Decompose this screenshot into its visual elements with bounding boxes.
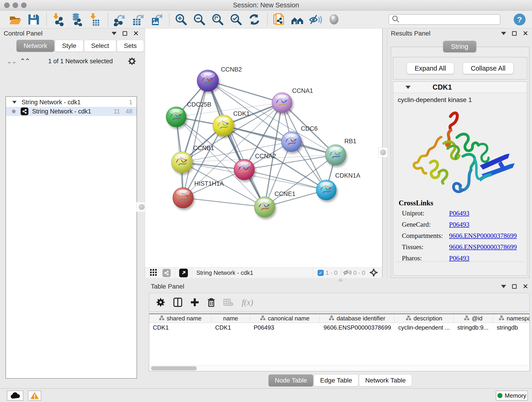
network-node-CCNA2[interactable]	[234, 159, 254, 180]
network-node-CDKN1A[interactable]	[316, 180, 336, 200]
network-edge[interactable]	[183, 198, 265, 207]
cloud-status-button[interactable]	[7, 390, 23, 401]
table-hscrollbar[interactable]	[149, 365, 530, 371]
tab-network-table[interactable]: Network Table	[359, 375, 412, 386]
table-cell[interactable]: CDK1	[149, 323, 211, 332]
tab-string[interactable]: String	[443, 41, 476, 52]
network-node-HIST1H1A[interactable]	[173, 187, 193, 208]
zoom-out-button[interactable]	[192, 12, 207, 27]
network-edge[interactable]	[208, 81, 265, 207]
column-header-description[interactable]: description	[394, 314, 454, 323]
crosslink-link[interactable]: P06493	[449, 221, 469, 228]
warning-triangle-icon	[30, 392, 39, 400]
table-cell[interactable]: CDK1	[211, 323, 250, 332]
table-row[interactable]: CDK1CDK1P064939606.ENSP00000378699cyclin…	[149, 323, 530, 332]
birdseye-grid-icon[interactable]	[150, 269, 157, 277]
toolbar-separator	[169, 13, 170, 26]
table-cell[interactable]: P06493	[250, 323, 320, 332]
panel-float-icon[interactable]	[123, 31, 127, 36]
export-image-button[interactable]	[149, 12, 164, 27]
table-cell[interactable]: stringdb:9...	[454, 323, 493, 332]
crosslink-link[interactable]: P06493	[449, 210, 469, 217]
panel-menu-icon[interactable]	[501, 32, 506, 35]
search-input[interactable]	[389, 14, 500, 25]
export-network-button[interactable]	[112, 12, 127, 27]
fit-selected-crosshair-icon[interactable]	[369, 268, 378, 278]
column-header-namespace[interactable]: namespace	[493, 314, 530, 323]
show-columns-icon[interactable]	[173, 298, 182, 307]
tab-sets[interactable]: Sets	[117, 40, 144, 52]
network-node-CCNB1[interactable]	[171, 152, 192, 173]
panel-menu-icon[interactable]	[112, 32, 117, 35]
home-pages-button[interactable]	[290, 12, 305, 27]
column-type-icon	[499, 315, 504, 322]
tab-node-table[interactable]: Node Table	[268, 375, 313, 386]
network-node-CDC25B[interactable]	[166, 107, 186, 127]
network-canvas[interactable]: CCNB2CCNA1CDC25BCDK1CDC6RB1CCNB1CCNA2CDK…	[145, 28, 382, 268]
panel-close-icon[interactable]: ✕	[523, 30, 528, 37]
column-header--id[interactable]: @id	[454, 314, 493, 323]
network-edge[interactable]	[208, 81, 282, 103]
expand-all-networks-icon[interactable]: ⌃⌃	[20, 58, 29, 65]
expand-all-button[interactable]: Expand All	[407, 63, 454, 74]
hide-graphics-details-button[interactable]	[308, 12, 323, 27]
import-network-button[interactable]	[51, 12, 65, 27]
column-header-canonical-name[interactable]: canonical name	[250, 314, 320, 323]
crosslink-link[interactable]: P06493	[449, 254, 469, 262]
panel-float-icon[interactable]	[512, 31, 517, 36]
tab-network[interactable]: Network	[17, 40, 54, 52]
selected-nodes-checkbox[interactable]: ✓	[317, 270, 324, 276]
network-options-gear-icon[interactable]	[128, 57, 136, 65]
network-node-CCNA1[interactable]	[272, 93, 292, 113]
hidden-eye-icon[interactable]	[343, 269, 351, 277]
table-options-gear-icon[interactable]	[156, 298, 165, 307]
collapse-all-button[interactable]: Collapse All	[463, 63, 514, 74]
network-node-CCNE1[interactable]	[254, 197, 275, 217]
table-cell[interactable]: 9606.ENSP00000378699	[320, 323, 394, 332]
network-node-CDK1[interactable]	[213, 115, 234, 136]
zoom-selected-button[interactable]	[229, 12, 243, 27]
network-edge[interactable]	[223, 126, 336, 155]
add-column-icon[interactable]	[190, 298, 199, 307]
network-graph[interactable]: CCNB2CCNA1CDC25BCDK1CDC6RB1CCNB1CCNA2CDK…	[145, 28, 382, 268]
crosslink-link[interactable]: 9606.ENSP00000378699	[449, 243, 517, 251]
network-node-CDC6[interactable]	[281, 132, 302, 152]
tab-select[interactable]: Select	[84, 40, 116, 52]
zoom-fit-button[interactable]	[210, 12, 225, 27]
collapse-all-networks-icon[interactable]: ⌄⌄	[6, 58, 16, 65]
memory-button[interactable]: Memory	[496, 390, 528, 401]
column-header-name[interactable]: name	[211, 314, 250, 323]
share-document-button[interactable]	[272, 12, 286, 27]
export-table-button[interactable]	[131, 12, 145, 27]
collection-expand-icon[interactable]	[12, 101, 17, 104]
refresh-button[interactable]	[247, 12, 262, 27]
panel-menu-icon[interactable]	[501, 285, 506, 288]
table-cell[interactable]: stringdb	[493, 323, 530, 332]
tab-style[interactable]: Style	[55, 40, 83, 52]
show-graphics-details-button[interactable]	[327, 12, 341, 27]
tab-edge-table[interactable]: Edge Table	[314, 375, 358, 386]
warnings-button[interactable]	[28, 390, 41, 401]
table-cell[interactable]: cyclin-dependent ...	[394, 323, 454, 332]
network-node-CCNB2[interactable]	[197, 70, 219, 91]
crosslink-link[interactable]: 9606.ENSP00000378699	[449, 232, 517, 240]
network-collection-row[interactable]: String Network - cdk1 1	[6, 98, 137, 107]
panel-close-icon[interactable]: ✕	[133, 30, 139, 37]
network-row[interactable]: String Network - cdk1 11 48	[6, 107, 137, 116]
delete-column-icon[interactable]	[207, 298, 215, 307]
detach-view-icon[interactable]	[179, 269, 188, 277]
import-table-button[interactable]	[88, 12, 102, 27]
help-button[interactable]: ?	[514, 13, 526, 26]
string-view-icon[interactable]	[162, 269, 171, 277]
zoom-in-button[interactable]	[174, 12, 188, 27]
right-splitter-handle[interactable]	[378, 147, 388, 157]
panel-close-icon[interactable]: ✕	[523, 283, 528, 290]
protein-collapse-icon[interactable]	[405, 86, 411, 89]
network-node-RB1[interactable]	[325, 145, 346, 165]
column-header-shared-name[interactable]: shared name	[149, 314, 211, 323]
open-session-button[interactable]	[8, 12, 22, 27]
import-database-button[interactable]	[69, 12, 84, 27]
save-session-button[interactable]	[26, 12, 41, 27]
column-header-database-identifier[interactable]: database identifier	[320, 314, 394, 323]
panel-float-icon[interactable]	[512, 284, 517, 289]
